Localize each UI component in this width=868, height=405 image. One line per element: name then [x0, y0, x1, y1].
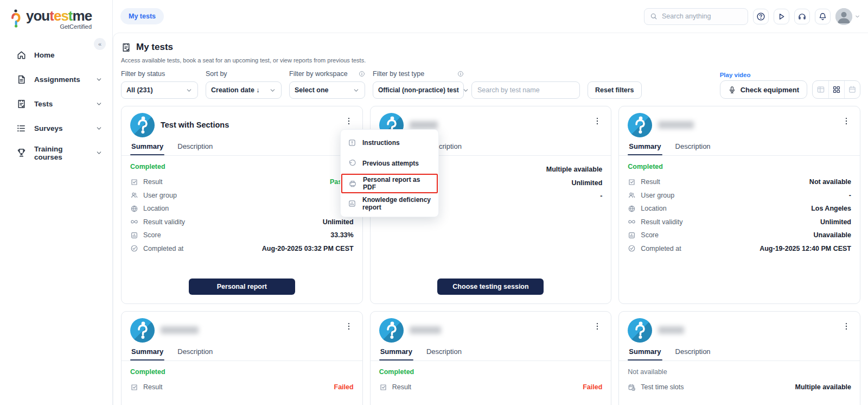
row-label: Location	[143, 205, 169, 212]
logo-subtitle: GetCertified	[26, 24, 92, 30]
tab-description[interactable]: Description	[177, 142, 213, 155]
global-search-input[interactable]	[662, 12, 732, 20]
user-group-icon	[628, 191, 636, 199]
filter-workspace-dropdown[interactable]: Select one	[289, 81, 365, 99]
kebab-menu-button[interactable]	[344, 116, 354, 126]
kebab-menu-button[interactable]	[841, 321, 851, 331]
location-icon	[130, 205, 138, 213]
chevron-down-icon	[462, 87, 469, 94]
info-icon[interactable]	[359, 71, 365, 77]
row-value: Los Angeles	[811, 205, 851, 212]
filter-workspace-label: Filter by workspace	[289, 70, 348, 78]
summary-row: User group	[130, 189, 354, 202]
row-value: Multiple available	[546, 166, 603, 173]
row-label: User group	[143, 192, 177, 199]
menu-item-personal-report-pdf[interactable]: Personal report as PDF	[341, 174, 438, 193]
card-context-menu: Instructions Previous attempts Personal …	[340, 129, 439, 217]
row-value: -	[600, 192, 602, 200]
reset-filters-button[interactable]: Reset filters	[588, 81, 642, 99]
tab-summary[interactable]: Summary	[380, 347, 412, 360]
summary-rows: Test time slotsMultiple available	[628, 381, 851, 394]
check-equipment-button[interactable]: Check equipment	[720, 80, 807, 99]
assignments-icon	[16, 74, 27, 85]
search-test-name-input[interactable]	[471, 81, 580, 99]
row-label: Result	[392, 383, 411, 391]
user-menu[interactable]	[835, 8, 860, 25]
support-button[interactable]	[794, 9, 810, 24]
test-avatar-icon	[628, 318, 652, 343]
filter-status-dropdown[interactable]: All (231)	[121, 81, 198, 99]
chevron-down-icon	[95, 149, 103, 156]
tab-description[interactable]: Description	[177, 347, 213, 360]
row-label: Result	[641, 178, 660, 186]
completed-at-icon	[628, 244, 636, 252]
kebab-menu-button[interactable]	[592, 116, 602, 126]
sort-by-label: Sort by	[206, 70, 227, 78]
global-search[interactable]	[644, 8, 748, 25]
table-view-button[interactable]	[813, 81, 828, 98]
filter-test-type-dropdown[interactable]: Official (non-practice) test	[373, 81, 464, 99]
kebab-menu-button[interactable]	[592, 321, 602, 331]
summary-row: ResultFailed	[130, 381, 354, 394]
sidebar-item-assignments[interactable]: Assignments	[0, 67, 112, 92]
menu-item-knowledge-deficiency-report[interactable]: Knowledge deficiency report	[341, 193, 438, 214]
row-value: Unlimited	[323, 218, 354, 226]
status-text: Not available	[628, 368, 851, 376]
tab-description[interactable]: Description	[675, 347, 711, 360]
play-button[interactable]	[774, 9, 789, 24]
headset-icon	[797, 12, 807, 21]
summary-row: Completed atAug-19-2025 12:40 PM CEST	[628, 242, 851, 256]
chevron-down-icon	[854, 14, 860, 20]
calendar-view-icon	[848, 85, 857, 94]
sidebar-collapse-button[interactable]: «	[94, 38, 106, 50]
test-card: Test with Sections Summary Description C…	[121, 106, 363, 304]
sidebar-item-surveys[interactable]: Surveys	[0, 116, 112, 141]
chevron-down-icon	[353, 87, 360, 94]
summary-row: ResultNot available	[628, 175, 851, 189]
calendar-view-button[interactable]	[844, 81, 860, 98]
user-group-icon	[130, 191, 138, 199]
training-courses-icon	[16, 148, 27, 158]
notifications-button[interactable]	[815, 9, 831, 24]
sidebar-item-tests[interactable]: Tests	[0, 92, 112, 116]
row-label: Result validity	[641, 218, 682, 226]
play-video-link[interactable]: Play video	[720, 72, 751, 78]
test-title-redacted	[410, 326, 441, 334]
card-action-button[interactable]: Choose testing session	[437, 279, 544, 295]
row-label: Result	[143, 383, 162, 391]
summary-row: LocationLos Angeles	[628, 202, 851, 216]
kebab-menu-button[interactable]	[841, 116, 851, 126]
card-action-button[interactable]: Personal report	[189, 279, 295, 295]
test-title-redacted	[410, 121, 438, 129]
row-label: Completed at	[143, 245, 183, 252]
result-icon	[130, 178, 138, 186]
kebab-menu-button[interactable]	[344, 321, 354, 331]
info-icon[interactable]	[457, 71, 464, 77]
tab-description[interactable]: Description	[426, 347, 462, 360]
grid-view-button[interactable]	[828, 81, 844, 98]
tab-description[interactable]: Description	[675, 142, 711, 155]
row-value: Unavailable	[814, 231, 851, 239]
sidebar-item-training-courses[interactable]: Training courses	[0, 141, 112, 165]
breadcrumb-chip-my-tests[interactable]: My tests	[120, 8, 164, 24]
divider	[619, 360, 860, 361]
tab-summary[interactable]: Summary	[131, 142, 163, 155]
row-label: Completed at	[641, 245, 681, 252]
result-icon	[628, 178, 636, 186]
summary-row: ResultFailed	[379, 381, 603, 394]
menu-item-instructions[interactable]: Instructions	[341, 132, 438, 153]
tab-summary[interactable]: Summary	[629, 142, 661, 155]
row-value: -	[849, 192, 851, 199]
tab-summary[interactable]: Summary	[629, 347, 661, 360]
row-label: User group	[641, 192, 674, 199]
menu-item-previous-attempts[interactable]: Previous attempts	[341, 153, 438, 174]
main-area: My tests My tests Access avai	[113, 0, 868, 405]
sort-by-dropdown[interactable]: Creation date ↓	[206, 81, 282, 99]
divider	[122, 360, 362, 361]
summary-row: Result validityUnlimited	[130, 216, 354, 229]
tab-summary[interactable]: Summary	[131, 347, 163, 360]
test-avatar-icon	[379, 318, 404, 343]
page-subtitle: Access available tests, book a seat for …	[121, 57, 860, 64]
row-value: Failed	[583, 383, 602, 391]
help-button[interactable]	[753, 9, 769, 24]
